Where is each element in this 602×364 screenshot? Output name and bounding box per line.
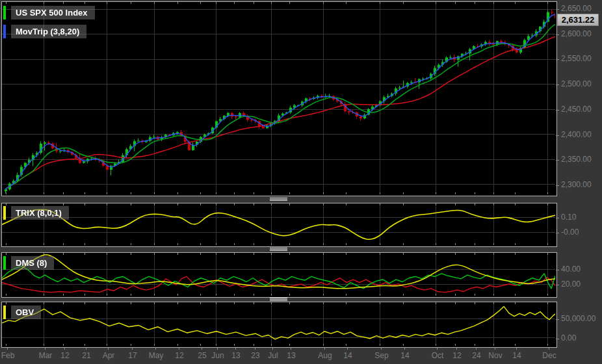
x-axis-tick [217,347,218,350]
x-axis-tick [45,347,46,350]
x-axis-tick [347,347,348,350]
x-axis-label: 14 [343,351,352,360]
legend-movtrip[interactable]: MovTrip (3,8,20) [3,25,86,38]
x-axis-label: 12 [452,351,461,360]
x-axis-tick [7,347,8,350]
x-axis-tick [324,347,325,350]
y-axis-label: 2,600.00 [561,29,592,38]
x-axis-label: 13 [287,351,295,360]
x-axis-tick [437,347,438,350]
y-axis-tick [556,110,559,110]
y-axis-tick [556,185,559,186]
legend-obv-label: OBV [11,306,41,319]
y-axis-label: 2,650.00 [561,4,592,13]
x-axis-label: Aug [318,351,332,360]
legend-dms-label: DMS (8) [11,256,54,270]
y-axis-tick [556,319,559,320]
x-axis-tick [549,347,549,350]
panel-resize-handle[interactable] [270,198,287,202]
x-axis-tick [108,347,109,350]
time-axis[interactable]: FebMar1221Apr17May1225Jun1323Jul13Aug14S… [0,347,602,364]
x-axis-tick [255,347,255,350]
obv-chart-canvas[interactable] [2,302,555,346]
y-axis-label: -0.00 [561,228,579,237]
x-axis-label: 14 [400,351,409,360]
legend-movtrip-label: MovTrip (3,8,20) [11,25,86,38]
x-axis-label: 17 [128,351,137,360]
y-axis-label: 50,000.00 [561,314,595,323]
price-axis[interactable]: 2,650.002,600.002,550.002,500.002,450.00… [557,0,602,347]
charting-app: US SPX 500 Index MovTrip (3,8,20) TRIX (… [0,0,602,364]
x-axis-label: 24 [472,351,480,360]
x-axis-tick [64,347,65,350]
x-axis-tick [202,347,202,350]
y-axis-label: 40.00 [561,265,581,274]
x-axis-label: May [149,351,164,360]
y-axis-tick [556,9,559,10]
y-axis-tick [556,233,559,233]
y-axis-label: 0.10 [561,213,576,222]
x-axis-label: Mar [39,351,53,360]
legend-symbol[interactable]: US SPX 500 Index [3,6,95,20]
dms-indicator-panel[interactable] [1,252,557,298]
x-axis-label: 13 [231,351,240,360]
x-axis-tick [272,347,273,350]
x-axis-tick [456,347,457,350]
x-axis-label: Jul [268,351,278,360]
y-axis-label: 2,550.00 [561,54,592,63]
y-axis-tick [556,34,559,35]
x-axis-tick [516,347,517,350]
trix-chart-canvas[interactable] [2,203,555,245]
y-axis-label: 2,450.00 [561,105,592,114]
x-axis-label: Sep [374,351,388,360]
x-axis-label: Nov [488,351,502,360]
x-axis-tick [404,347,405,350]
x-axis-label: Apr [103,351,115,360]
x-axis-label: 23 [251,351,259,360]
y-axis-tick [556,285,559,285]
legend-trix-label: TRIX (8,0,1) [11,206,69,220]
x-axis-label: Jun [211,351,224,360]
obv-indicator-panel[interactable] [1,302,557,348]
x-axis-label: Oct [432,351,444,360]
legend-symbol-label: US SPX 500 Index [11,6,95,20]
x-axis-tick [235,347,236,350]
x-axis-tick [381,347,382,350]
dms-chart-canvas[interactable] [2,253,555,296]
last-price-badge: 2,631.22 [557,14,599,26]
y-axis-label: 2,500.00 [561,79,592,88]
y-axis-label: 2,350.00 [561,155,592,164]
y-axis-tick [556,59,559,60]
legend-color-bar [3,256,6,270]
x-axis-tick [291,347,291,350]
x-axis-label: 12 [60,351,69,360]
y-axis-label: 2,400.00 [561,130,592,139]
legend-dms[interactable]: DMS (8) [3,256,54,270]
legend-trix[interactable]: TRIX (8,0,1) [3,206,69,220]
y-axis-tick [556,135,559,136]
y-axis-tick [556,160,559,161]
x-axis-tick [155,347,156,350]
y-axis-tick [556,84,559,85]
x-axis-label: 12 [175,351,183,360]
y-axis-label: 20.00 [561,280,581,289]
x-axis-label: Feb [1,351,15,360]
x-axis-tick [476,347,477,350]
legend-color-bar [3,6,6,20]
y-axis-tick [556,270,559,270]
x-axis-tick [132,347,133,350]
y-axis-tick [556,339,559,339]
x-axis-tick [179,347,179,350]
legend-color-bar [3,25,6,38]
x-axis-label: Dec [542,351,556,360]
x-axis-label: 14 [512,351,521,360]
x-axis-tick [495,347,495,350]
legend-obv[interactable]: OBV [3,306,41,319]
y-axis-tick [556,218,559,218]
panel-resize-handle[interactable] [270,298,287,302]
y-axis-label: 0.00 [561,333,576,343]
panel-resize-handle[interactable] [270,248,287,252]
trix-indicator-panel[interactable] [1,203,557,247]
y-axis-label: 2,300.00 [561,180,592,189]
x-axis-label: 25 [198,351,206,360]
